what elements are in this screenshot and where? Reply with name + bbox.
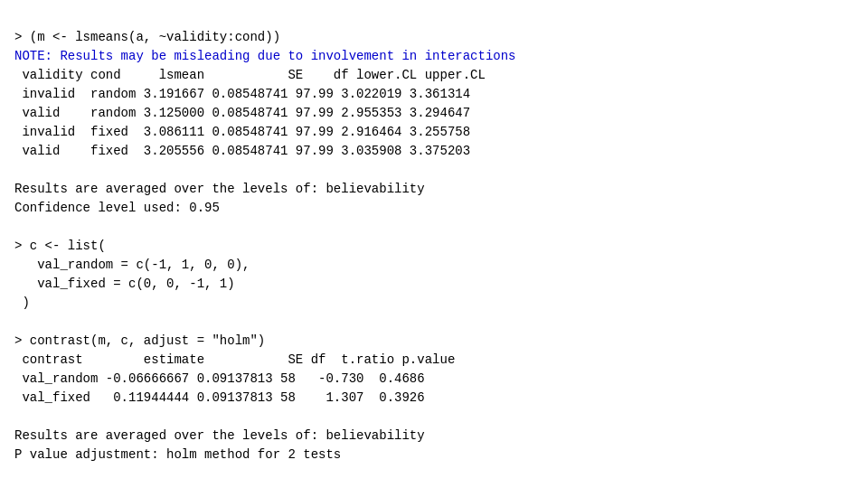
console-line: P value adjustment: holm method for 2 te… bbox=[14, 447, 341, 462]
console-output: > (m <- lsmeans(a, ~validity:cond)) NOTE… bbox=[14, 9, 854, 465]
console-line: invalid random 3.191667 0.08548741 97.99… bbox=[14, 87, 470, 101]
console-line: Confidence level used: 0.95 bbox=[14, 201, 220, 215]
console-line: > c <- list( bbox=[14, 239, 106, 253]
console-line: > contrast(m, c, adjust = "holm") bbox=[14, 333, 265, 348]
console-line: ) bbox=[14, 296, 30, 310]
console-line: invalid fixed 3.086111 0.08548741 97.99 … bbox=[14, 125, 470, 139]
console-line: Results are averaged over the levels of:… bbox=[14, 428, 425, 443]
console-line: valid random 3.125000 0.08548741 97.99 2… bbox=[14, 106, 470, 120]
console-line: NOTE: Results may be misleading due to i… bbox=[14, 49, 516, 63]
console-line: val_fixed 0.11944444 0.09137813 58 1.307… bbox=[14, 390, 425, 405]
console-line: val_fixed = c(0, 0, -1, 1) bbox=[14, 277, 235, 291]
console-line: val_random -0.06666667 0.09137813 58 -0.… bbox=[14, 371, 425, 386]
console-line: Results are averaged over the levels of:… bbox=[14, 182, 425, 196]
console-line: valid fixed 3.205556 0.08548741 97.99 3.… bbox=[14, 144, 470, 158]
console-line: validity cond lsmean SE df lower.CL uppe… bbox=[14, 68, 486, 82]
console-line: val_random = c(-1, 1, 0, 0), bbox=[14, 258, 250, 272]
console-line: > (m <- lsmeans(a, ~validity:cond)) bbox=[14, 30, 280, 44]
console-line: contrast estimate SE df t.ratio p.value bbox=[14, 352, 455, 367]
